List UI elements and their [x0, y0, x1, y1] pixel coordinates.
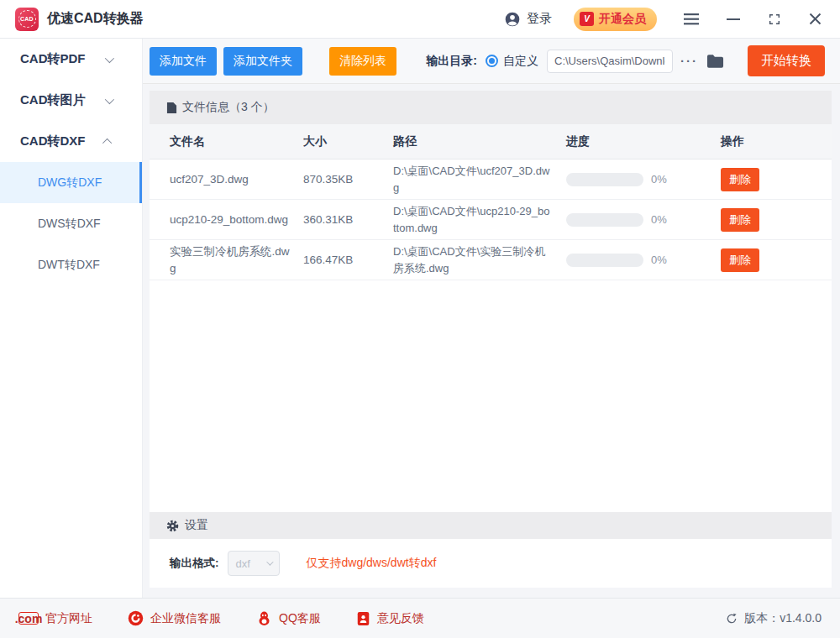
folder-icon: [706, 54, 724, 69]
sidebar-group-label: CAD转PDF: [20, 51, 86, 67]
gear-icon: [166, 520, 179, 532]
sidebar-group-label: CAD转图片: [20, 92, 86, 108]
titlebar: CAD 优速CAD转换器 登录 V 开通会员: [0, 0, 840, 39]
footer-link-label: 官方网址: [45, 611, 92, 626]
progress-cell: 0%: [566, 213, 721, 227]
chevron-down-icon: [266, 558, 273, 565]
file-size: 360.31KB: [303, 213, 393, 226]
col-header-path: 路径: [393, 134, 566, 149]
sidebar-item-cad-to-dxf[interactable]: CAD转DXF: [0, 121, 142, 162]
footer-link-label: 意见反馈: [377, 611, 424, 626]
format-hint-text: 仅支持dwg/dws/dwt转dxf: [307, 556, 437, 571]
chevron-down-icon: [105, 53, 114, 62]
output-format-select[interactable]: dxf: [228, 551, 280, 576]
menu-icon[interactable]: [684, 13, 699, 25]
file-size: 870.35KB: [303, 173, 393, 186]
delete-button[interactable]: 删除: [721, 248, 759, 272]
table-header: 文件名 大小 路径 进度 操作: [150, 124, 832, 160]
output-path-input[interactable]: [547, 50, 673, 73]
minimize-icon[interactable]: [727, 13, 740, 25]
col-header-progress: 进度: [566, 134, 721, 149]
vip-label: 开通会员: [599, 12, 646, 27]
add-folder-button[interactable]: 添加文件夹: [223, 47, 302, 76]
file-name: ucf207_3D.dwg: [150, 171, 303, 188]
maximize-icon[interactable]: [768, 13, 781, 26]
delete-button[interactable]: 删除: [721, 208, 759, 232]
custom-dir-radio[interactable]: [486, 55, 498, 67]
start-convert-button[interactable]: 开始转换: [748, 45, 825, 76]
toolbar: 添加文件 添加文件夹 清除列表 输出目录: 自定义 ··· 开始转换: [143, 39, 840, 84]
file-info-title: 文件信息（3 个）: [182, 100, 275, 115]
progress-bar: [566, 173, 643, 186]
file-path: D:\桌面\CAD文件\ucf207_3D.dwg: [393, 163, 566, 196]
version-info: 版本：v1.4.0.0: [725, 611, 822, 626]
document-icon: [166, 102, 177, 114]
browse-more-button[interactable]: ···: [680, 54, 698, 68]
add-file-button[interactable]: 添加文件: [150, 47, 217, 76]
progress-cell: 0%: [566, 173, 721, 186]
table-row: 实验三制冷机房系统.dwg 166.47KB D:\桌面\CAD文件\实验三制冷…: [150, 240, 832, 280]
login-button[interactable]: 登录: [504, 11, 552, 28]
progress-percent: 0%: [651, 254, 667, 266]
app-logo-icon: CAD: [15, 8, 39, 31]
delete-button[interactable]: 删除: [721, 168, 759, 191]
footer: .com 官方网址 企业微信客服 QQ客服 意见反馈: [0, 598, 840, 638]
user-avatar-icon: [504, 11, 521, 28]
output-format-value: dxf: [236, 557, 250, 570]
chevron-down-icon: [105, 94, 114, 103]
progress-cell: 0%: [566, 254, 721, 267]
custom-dir-radio-label: 自定义: [503, 54, 538, 69]
sidebar-group-label: CAD转DXF: [20, 133, 86, 149]
clear-list-button[interactable]: 清除列表: [329, 47, 396, 76]
app-logo-glyph: CAD: [18, 10, 36, 28]
sidebar-item-cad-to-image[interactable]: CAD转图片: [0, 80, 142, 121]
settings-title: 设置: [185, 518, 208, 533]
chevron-up-icon: [102, 138, 112, 147]
progress-percent: 0%: [651, 173, 667, 186]
refresh-icon: [725, 612, 738, 625]
sidebar-item-dwg-to-dxf[interactable]: DWG转DXF: [0, 162, 142, 203]
col-header-size: 大小: [303, 134, 393, 149]
file-info-band: 文件信息（3 个）: [150, 91, 832, 124]
progress-bar: [566, 254, 643, 267]
output-dir-label: 输出目录:: [426, 54, 477, 69]
file-path: D:\桌面\CAD文件\实验三制冷机房系统.dwg: [393, 243, 566, 276]
version-label: 版本：v1.4.0.0: [744, 611, 822, 626]
progress-bar: [566, 213, 643, 227]
sidebar-item-cad-to-pdf[interactable]: CAD转PDF: [0, 39, 142, 80]
sidebar: CAD转PDF CAD转图片 CAD转DXF DWG转DXF DWS转DXF D…: [0, 39, 143, 598]
main-area: 添加文件 添加文件夹 清除列表 输出目录: 自定义 ··· 开始转换: [143, 39, 840, 598]
close-icon[interactable]: [809, 13, 822, 25]
col-header-name: 文件名: [150, 134, 303, 149]
output-format-label: 输出格式:: [170, 556, 219, 571]
file-path: D:\桌面\CAD文件\ucp210-29_bottom.dwg: [393, 203, 566, 236]
progress-percent: 0%: [651, 213, 667, 226]
file-panel: 文件信息（3 个） 文件名 大小 路径 进度 操作 ucf207_3D.dwg …: [150, 91, 832, 588]
open-folder-button[interactable]: [706, 54, 724, 69]
col-header-action: 操作: [721, 134, 832, 149]
sidebar-item-dws-to-dxf[interactable]: DWS转DXF: [0, 203, 142, 244]
feedback-icon: [356, 611, 370, 626]
table-row: ucf207_3D.dwg 870.35KB D:\桌面\CAD文件\ucf20…: [150, 160, 832, 200]
login-label: 登录: [527, 11, 552, 27]
website-icon: .com: [18, 612, 39, 625]
qq-support-link[interactable]: QQ客服: [256, 610, 321, 626]
sidebar-item-dwt-to-dxf[interactable]: DWT转DXF: [0, 244, 142, 285]
wechat-support-link[interactable]: 企业微信客服: [128, 610, 221, 626]
output-format-row: 输出格式: dxf 仅支持dwg/dws/dwt转dxf: [150, 539, 832, 588]
footer-link-label: QQ客服: [279, 611, 321, 626]
official-website-link[interactable]: .com 官方网址: [18, 611, 92, 626]
file-size: 166.47KB: [303, 254, 393, 266]
app-title: 优速CAD转换器: [47, 10, 144, 28]
table-row: ucp210-29_bottom.dwg 360.31KB D:\桌面\CAD文…: [150, 200, 832, 240]
vip-icon: V: [580, 12, 594, 26]
settings-band: 设置: [150, 512, 832, 539]
open-vip-button[interactable]: V 开通会员: [574, 8, 657, 31]
file-name: ucp210-29_bottom.dwg: [150, 212, 303, 228]
qq-icon: [256, 610, 272, 626]
wechat-icon: [128, 610, 144, 626]
feedback-link[interactable]: 意见反馈: [356, 611, 424, 626]
file-name: 实验三制冷机房系统.dwg: [150, 243, 303, 276]
footer-link-label: 企业微信客服: [150, 611, 221, 626]
